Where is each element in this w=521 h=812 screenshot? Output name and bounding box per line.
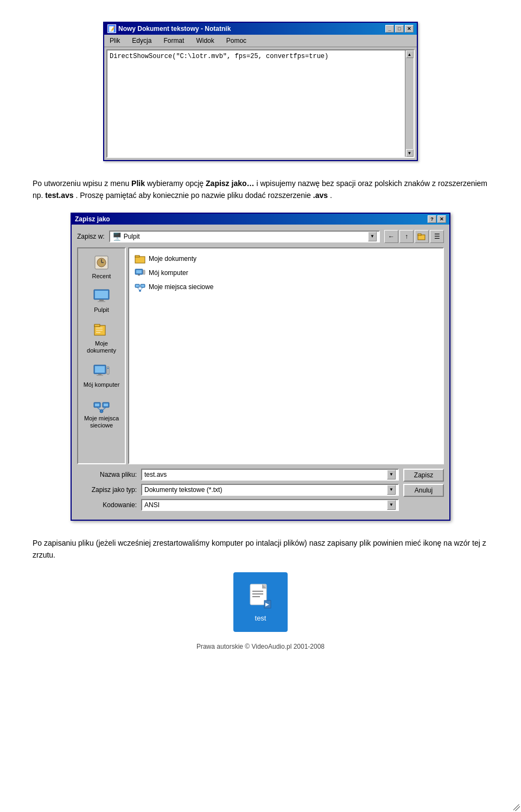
svg-rect-24 (104, 404, 108, 406)
scroll-track (406, 58, 414, 149)
toolbar-new-folder-btn[interactable] (415, 230, 429, 243)
file-item-2[interactable]: Moje miejsca sieciowe (132, 280, 440, 294)
sidebar-network[interactable]: Moje miejsca sieciowe (80, 394, 123, 431)
save-in-dropdown[interactable]: 🖥️ Pulpit ▼ (109, 231, 380, 242)
dialog-sidebar: Recent Pulpit (77, 247, 126, 464)
svg-rect-37 (141, 285, 144, 287)
encoding-row: Kodowanie: ▼ (77, 499, 399, 511)
notepad-scrollbar-v[interactable]: ▲ ▼ (405, 50, 414, 157)
filename-input[interactable] (144, 471, 387, 478)
svg-rect-1 (418, 234, 421, 235)
sidebar-computer[interactable]: Mój komputer (80, 360, 123, 391)
svg-rect-33 (143, 270, 145, 274)
notepad-menubar: Plik Edycja Format Widok Pomoc (104, 35, 417, 47)
dialog-main: Recent Pulpit (77, 247, 444, 464)
svg-rect-8 (99, 299, 104, 301)
menu-format[interactable]: Format (160, 36, 187, 46)
notepad-title: Nowy Dokument tekstowy - Notatnik (118, 25, 231, 33)
para1-code-testav: test.avs (45, 191, 73, 200)
svg-rect-44 (252, 591, 263, 592)
dialog-title: Zapisz jako (75, 215, 110, 223)
sidebar-desktop[interactable]: Pulpit (80, 285, 123, 316)
svg-rect-9 (98, 301, 105, 302)
filetype-dropdown-arrow[interactable]: ▼ (387, 485, 396, 495)
encoding-input-wrapper[interactable]: ▼ (141, 499, 399, 511)
network-icon (93, 396, 110, 413)
dialog-titlebar: Zapisz jako ? ✕ (72, 214, 449, 225)
menu-edycja[interactable]: Edycja (129, 36, 155, 46)
file-item-0[interactable]: Moje dokumenty (132, 252, 440, 266)
computer-icon (93, 362, 110, 380)
dialog-fields: Nazwa pliku: ▼ Zapisz jako typ: ▼ (77, 469, 399, 514)
notepad-titlebar: 📝 Nowy Dokument tekstowy - Notatnik _ □ … (104, 23, 417, 35)
notepad-editor[interactable]: DirectShowSource("C:\lotr.mvb", fps=25, … (106, 49, 415, 158)
save-in-label: Zapisz w: (77, 233, 105, 240)
resize-grip[interactable] (513, 804, 520, 811)
dialog-file-area[interactable]: Moje dokumenty Mój komputer (128, 247, 444, 464)
filename-dropdown-arrow[interactable]: ▼ (387, 470, 396, 479)
dialog-action-buttons: Zapisz Anuluj (403, 469, 444, 497)
file-icon-folder-docs (135, 253, 145, 264)
scroll-up-arrow[interactable]: ▲ (406, 50, 414, 58)
para1-period: . (330, 191, 332, 200)
notepad-window: 📝 Nowy Dokument tekstowy - Notatnik _ □ … (103, 22, 418, 161)
notepad-maximize-btn[interactable]: □ (395, 25, 404, 33)
svg-rect-32 (138, 274, 140, 276)
notepad-app-icon: 📝 (107, 24, 116, 33)
dialog-close-btn[interactable]: ✕ (437, 215, 446, 223)
save-button[interactable]: Zapisz (403, 469, 444, 482)
recent-icon (93, 254, 110, 271)
filename-row: Nazwa pliku: ▼ (77, 469, 399, 481)
filename-label: Nazwa pliku: (77, 471, 137, 478)
svg-rect-18 (97, 375, 103, 376)
svg-rect-46 (252, 596, 260, 597)
filename-input-wrapper[interactable]: ▼ (141, 469, 399, 481)
encoding-dropdown-arrow[interactable]: ▼ (387, 500, 396, 510)
svg-rect-14 (96, 332, 100, 333)
para1-code-avs: .avs (313, 191, 328, 200)
dialog-top-row: Zapisz w: 🖥️ Pulpit ▼ ← ↑ ☰ (77, 230, 444, 243)
svg-rect-31 (136, 270, 142, 273)
desktop-icon (93, 287, 110, 305)
svg-rect-29 (135, 255, 139, 257)
file-name-2: Moje miejsca sieciowe (149, 283, 213, 291)
copyright-text: Prawa autorskie © VideoAudio.pl 2001-200… (33, 643, 488, 661)
file-icon-display: ▶ test (233, 572, 288, 632)
svg-point-27 (100, 410, 103, 413)
file-icon-network (135, 282, 145, 292)
file-icon-label: test (255, 614, 266, 622)
svg-rect-7 (95, 291, 108, 298)
filetype-label: Zapisz jako typ: (77, 486, 137, 494)
menu-plik[interactable]: Plik (106, 36, 123, 46)
notepad-close-btn[interactable]: ✕ (405, 25, 414, 33)
sidebar-documents[interactable]: Moje dokumenty (80, 319, 123, 356)
toolbar-view-btn[interactable]: ☰ (430, 230, 444, 243)
dialog-toolbar: ← ↑ ☰ (384, 230, 444, 243)
save-in-value: Pulpit (124, 233, 140, 240)
sidebar-recent[interactable]: Recent (80, 252, 123, 282)
menu-widok[interactable]: Widok (193, 36, 217, 46)
save-in-dropdown-arrow[interactable]: ▼ (368, 232, 377, 241)
toolbar-back-btn[interactable]: ← (384, 230, 398, 243)
file-item-1[interactable]: Mój komputer (132, 266, 440, 280)
scroll-down-arrow[interactable]: ▼ (406, 149, 414, 157)
menu-pomoc[interactable]: Pomoc (223, 36, 250, 46)
notepad-content: DirectShowSource("C:\lotr.mvb", fps=25, … (110, 53, 411, 60)
filetype-row: Zapisz jako typ: ▼ (77, 484, 399, 496)
sidebar-recent-label: Recent (92, 273, 111, 280)
toolbar-up-btn[interactable]: ↑ (399, 230, 414, 243)
filetype-input-wrapper[interactable]: ▼ (141, 484, 399, 496)
svg-rect-28 (135, 257, 145, 263)
cancel-button[interactable]: Anuluj (403, 484, 444, 497)
svg-rect-16 (95, 366, 105, 373)
para2-text: Po zapisaniu pliku (jeżeli wcześniej zre… (33, 539, 486, 559)
svg-text:▶: ▶ (265, 602, 269, 607)
filetype-input[interactable] (144, 486, 387, 494)
para1-text-middle1: wybieramy opcję (147, 179, 206, 188)
dialog-titlebar-buttons: ? ✕ (428, 215, 446, 223)
dialog-help-btn[interactable]: ? (428, 215, 436, 223)
svg-rect-45 (252, 593, 263, 594)
encoding-input[interactable] (144, 501, 387, 509)
notepad-minimize-btn[interactable]: _ (385, 25, 394, 33)
svg-rect-12 (96, 328, 103, 329)
